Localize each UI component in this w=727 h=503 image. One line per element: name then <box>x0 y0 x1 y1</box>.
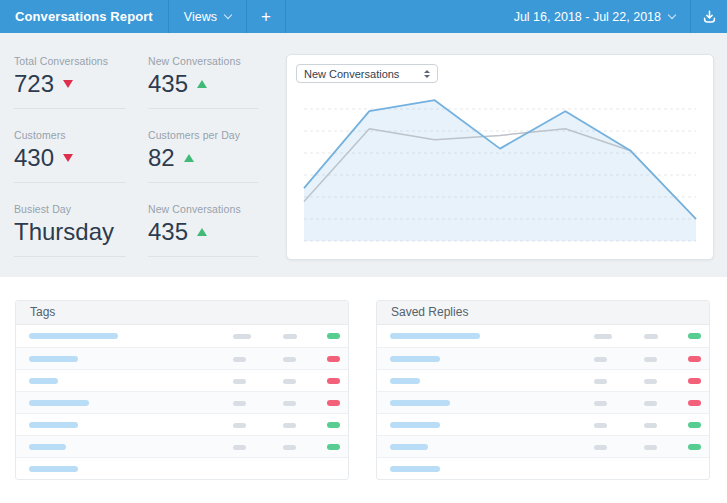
row-count-skeleton <box>594 334 612 339</box>
stat-customers: Customers 430 <box>14 109 126 183</box>
trend-pill-down <box>327 378 340 384</box>
stat-busiest-day: Busiest Day Thursday <box>14 183 126 257</box>
row-count-skeleton <box>283 379 296 384</box>
stats-panel: Total Conversations 723 New Conversation… <box>14 35 258 257</box>
trend-pill-down <box>688 356 701 362</box>
row-count-skeleton <box>233 423 246 428</box>
stat-label: New Conversations <box>148 55 258 67</box>
trend-pill-up <box>327 444 340 450</box>
trend-arrow-icon <box>184 154 194 162</box>
row-count-skeleton <box>233 379 246 384</box>
saved-replies-table: Saved Replies <box>376 300 710 480</box>
row-count-skeleton <box>594 401 607 406</box>
stat-label: Busiest Day <box>14 203 126 215</box>
export-download-button[interactable] <box>691 0 727 33</box>
stat-new-conversations-2: New Conversations 435 <box>148 183 258 257</box>
trend-pill-up <box>327 422 340 428</box>
stat-total-conversations: Total Conversations 723 <box>14 35 126 109</box>
stat-value: Thursday <box>14 218 114 246</box>
table-row[interactable] <box>16 325 348 347</box>
trend-pill-down <box>688 378 701 384</box>
trend-pill-up <box>688 422 701 428</box>
table-row[interactable] <box>16 391 348 413</box>
row-count-skeleton <box>644 334 658 339</box>
chevron-down-icon <box>668 11 676 19</box>
stat-value: 723 <box>14 70 54 98</box>
trend-pill-up <box>688 333 701 339</box>
saved-replies-table-header: Saved Replies <box>377 301 709 325</box>
stat-new-conversations: New Conversations 435 <box>148 35 258 109</box>
saved-replies-table-body <box>377 325 709 479</box>
tags-table-header: Tags <box>16 301 348 325</box>
row-name-skeleton <box>390 422 440 428</box>
area-chart <box>287 55 715 261</box>
stat-value: 430 <box>14 144 54 172</box>
row-name-skeleton <box>390 444 428 450</box>
row-count-skeleton <box>644 445 657 450</box>
row-name-skeleton <box>390 333 480 339</box>
trend-arrow-icon <box>63 154 73 162</box>
table-row[interactable] <box>16 435 348 457</box>
table-row[interactable] <box>16 347 348 369</box>
row-name-skeleton <box>29 444 66 450</box>
row-count-skeleton <box>644 357 657 362</box>
table-row[interactable] <box>16 413 348 435</box>
row-count-skeleton <box>644 379 657 384</box>
page-title: Conversations Report <box>0 0 168 33</box>
stat-value: 82 <box>148 144 175 172</box>
row-count-skeleton <box>283 401 296 406</box>
conversations-chart-card: New Conversations <box>286 54 714 260</box>
row-count-skeleton <box>644 401 657 406</box>
stat-label: New Conversations <box>148 203 258 215</box>
row-count-skeleton <box>594 445 607 450</box>
table-row[interactable] <box>377 325 709 347</box>
row-count-skeleton <box>233 357 246 362</box>
trend-arrow-icon <box>197 80 207 88</box>
row-count-skeleton <box>594 379 607 384</box>
row-name-skeleton <box>390 378 420 384</box>
row-count-skeleton <box>283 445 296 450</box>
add-view-button[interactable]: + <box>247 0 285 33</box>
select-stepper-icon <box>424 70 430 78</box>
topbar-spacer <box>286 0 499 33</box>
row-count-skeleton <box>644 423 657 428</box>
top-navigation-bar: Conversations Report Views + Jul 16, 201… <box>0 0 727 33</box>
stat-label: Customers per Day <box>148 129 258 141</box>
row-name-skeleton <box>29 333 118 339</box>
table-row[interactable] <box>377 347 709 369</box>
table-row[interactable] <box>377 413 709 435</box>
download-icon <box>702 10 717 24</box>
trend-pill-up <box>688 444 701 450</box>
table-row[interactable] <box>377 369 709 391</box>
date-range-picker[interactable]: Jul 16, 2018 - Jul 22, 2018 <box>499 0 690 33</box>
row-count-skeleton <box>233 334 251 339</box>
row-count-skeleton <box>594 357 607 362</box>
views-dropdown-label: Views <box>184 10 217 24</box>
row-name-skeleton <box>29 400 89 406</box>
row-count-skeleton <box>233 445 246 450</box>
row-count-skeleton <box>283 357 296 362</box>
trend-pill-down <box>327 356 340 362</box>
row-name-skeleton <box>390 466 440 472</box>
tags-table-body <box>16 325 348 479</box>
trend-pill-down <box>688 400 701 406</box>
stat-label: Total Conversations <box>14 55 126 67</box>
table-row[interactable] <box>16 457 348 479</box>
views-dropdown-button[interactable]: Views <box>169 0 246 33</box>
metric-select-value: New Conversations <box>304 68 424 80</box>
row-count-skeleton <box>233 401 246 406</box>
row-count-skeleton <box>283 334 297 339</box>
table-row[interactable] <box>377 457 709 479</box>
table-row[interactable] <box>16 369 348 391</box>
metric-select[interactable]: New Conversations <box>296 64 438 83</box>
chevron-down-icon <box>224 11 232 19</box>
stat-label: Customers <box>14 129 126 141</box>
trend-pill-down <box>327 400 340 406</box>
row-name-skeleton <box>390 356 440 362</box>
date-range-label: Jul 16, 2018 - Jul 22, 2018 <box>514 10 661 24</box>
stat-customers-per-day: Customers per Day 82 <box>148 109 258 183</box>
trend-arrow-icon <box>63 80 73 88</box>
stat-value: 435 <box>148 70 188 98</box>
table-row[interactable] <box>377 391 709 413</box>
table-row[interactable] <box>377 435 709 457</box>
